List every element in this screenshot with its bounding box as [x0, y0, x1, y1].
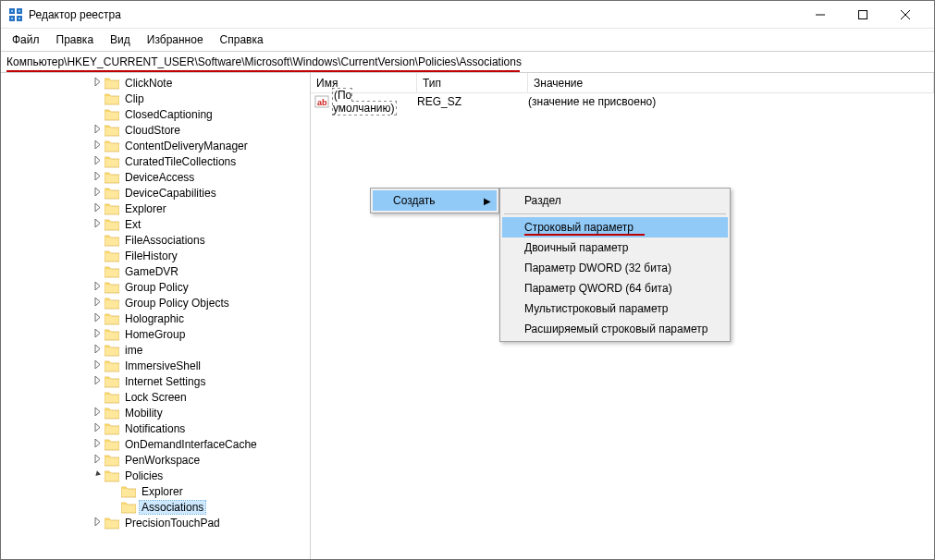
folder-icon [105, 391, 119, 404]
menu-favorites[interactable]: Избранное [140, 30, 211, 49]
twisty-closed-icon[interactable] [90, 439, 105, 449]
col-value[interactable]: Значение [528, 73, 934, 92]
twisty-closed-icon[interactable] [90, 282, 105, 292]
close-button[interactable] [884, 1, 927, 29]
twisty-closed-icon[interactable] [90, 408, 105, 418]
tree-node[interactable]: CuratedTileCollections [1, 153, 310, 169]
tree-node[interactable]: Explorer [1, 483, 310, 499]
folder-icon [105, 297, 119, 310]
tree-node[interactable]: Holographic [1, 310, 310, 326]
twisty-closed-icon[interactable] [90, 455, 105, 465]
tree-node-label: PenWorkspace [123, 454, 202, 467]
tree-node[interactable]: Lock Screen [1, 389, 310, 405]
menu-help[interactable]: Справка [213, 30, 271, 49]
cell-type: REG_SZ [417, 95, 528, 108]
list-pane[interactable]: Имя Тип Значение ab(По умолчанию)REG_SZ(… [311, 73, 934, 559]
tree-node-label: Explorer [140, 485, 185, 498]
folder-icon [105, 359, 119, 372]
tree-node-label: Clip [123, 92, 146, 105]
context-submenu: РазделСтроковый параметрДвоичный парамет… [499, 188, 731, 342]
svg-rect-7 [18, 18, 20, 19]
tree-node-label: OnDemandInterfaceCache [123, 438, 259, 451]
twisty-closed-icon[interactable] [90, 360, 105, 371]
address-text: Компьютер\HKEY_CURRENT_USER\Software\Mic… [6, 55, 522, 68]
twisty-closed-icon[interactable] [90, 125, 105, 135]
tree-node[interactable]: PrecisionTouchPad [1, 515, 310, 530]
tree-node[interactable]: Explorer [1, 201, 310, 216]
twisty-closed-icon[interactable] [90, 203, 105, 213]
folder-icon [105, 344, 119, 357]
twisty-closed-icon[interactable] [90, 219, 105, 229]
ctx-sub-item[interactable]: Параметр DWORD (32 бита) [502, 258, 728, 278]
twisty-closed-icon[interactable] [90, 517, 105, 528]
tree-node[interactable]: FileAssociations [1, 232, 310, 248]
tree-node-label: Mobility [123, 407, 165, 420]
menu-file[interactable]: Файл [5, 30, 47, 49]
ctx-sub-item[interactable]: Мультистроковый параметр [502, 298, 728, 319]
ctx-sub-item[interactable]: Расширяемый строковый параметр [502, 319, 728, 339]
tree-node[interactable]: PenWorkspace [1, 452, 310, 468]
tree-node[interactable]: HomeGroup [1, 326, 310, 342]
tree-node[interactable]: DeviceCapabilities [1, 185, 310, 201]
addressbar[interactable]: Компьютер\HKEY_CURRENT_USER\Software\Mic… [1, 52, 934, 73]
tree-node[interactable]: ime [1, 342, 310, 358]
folder-icon [105, 422, 119, 435]
tree-node-label: Holographic [123, 312, 186, 325]
twisty-closed-icon[interactable] [90, 188, 105, 198]
col-type[interactable]: Тип [417, 73, 528, 92]
tree-node[interactable]: ClickNote [1, 75, 310, 91]
tree-node[interactable]: Internet Settings [1, 373, 310, 389]
tree-node[interactable]: Mobility [1, 405, 310, 420]
tree-node-label: ClickNote [123, 77, 174, 90]
twisty-closed-icon[interactable] [90, 156, 105, 166]
cell-value: (значение не присвоено) [528, 95, 934, 108]
tree-node-label: ContentDeliveryManager [123, 140, 250, 152]
tree-node[interactable]: CloudStore [1, 122, 310, 138]
minimize-button[interactable] [799, 1, 842, 29]
folder-icon [105, 250, 119, 262]
tree-node[interactable]: ContentDeliveryManager [1, 138, 310, 153]
ctx-sub-item[interactable]: Двоичный параметр [502, 237, 728, 258]
tree-node[interactable]: Associations [1, 499, 310, 515]
tree-node[interactable]: OnDemandInterfaceCache [1, 436, 310, 452]
ctx-create[interactable]: Создать ▶ [373, 190, 497, 211]
tree-node[interactable]: Notifications [1, 420, 310, 436]
twisty-closed-icon[interactable] [90, 140, 105, 151]
tree-node-label: DeviceAccess [123, 171, 196, 184]
tree-node[interactable]: DeviceAccess [1, 169, 310, 185]
menu-edit[interactable]: Правка [49, 30, 102, 49]
twisty-closed-icon[interactable] [90, 376, 105, 386]
twisty-closed-icon[interactable] [90, 298, 105, 308]
tree-node[interactable]: FileHistory [1, 248, 310, 263]
twisty-closed-icon[interactable] [90, 313, 105, 323]
regedit-icon [8, 7, 23, 22]
twisty-closed-icon[interactable] [90, 345, 105, 355]
list-row[interactable]: ab(По умолчанию)REG_SZ(значение не присв… [311, 93, 934, 110]
twisty-closed-icon[interactable] [90, 329, 105, 339]
twisty-closed-icon[interactable] [90, 423, 105, 433]
tree-node[interactable]: Ext [1, 216, 310, 232]
folder-icon [105, 108, 119, 121]
ctx-sub-item[interactable]: Параметр QWORD (64 бита) [502, 278, 728, 298]
twisty-open-icon[interactable] [90, 470, 105, 481]
folder-icon [105, 218, 119, 231]
twisty-closed-icon[interactable] [90, 172, 105, 182]
folder-icon [105, 375, 119, 388]
ctx-sub-item[interactable]: Раздел [502, 190, 728, 211]
tree-node[interactable]: GameDVR [1, 263, 310, 279]
tree-pane[interactable]: ClickNoteClipClosedCaptioningCloudStoreC… [1, 73, 311, 559]
twisty-closed-icon[interactable] [90, 78, 105, 88]
tree-node[interactable]: ImmersiveShell [1, 358, 310, 373]
tree-node[interactable]: Policies [1, 468, 310, 483]
tree-node-label: CloudStore [123, 124, 182, 137]
tree-node-label: GameDVR [123, 265, 180, 278]
ctx-sub-item[interactable]: Строковый параметр [502, 217, 728, 237]
maximize-button[interactable] [842, 1, 884, 29]
submenu-arrow-icon: ▶ [484, 196, 491, 206]
tree-node[interactable]: Group Policy [1, 279, 310, 295]
ctx-create-label: Создать [393, 194, 436, 207]
menu-view[interactable]: Вид [103, 30, 138, 49]
tree-node[interactable]: ClosedCaptioning [1, 106, 310, 122]
tree-node[interactable]: Group Policy Objects [1, 295, 310, 310]
tree-node[interactable]: Clip [1, 91, 310, 106]
